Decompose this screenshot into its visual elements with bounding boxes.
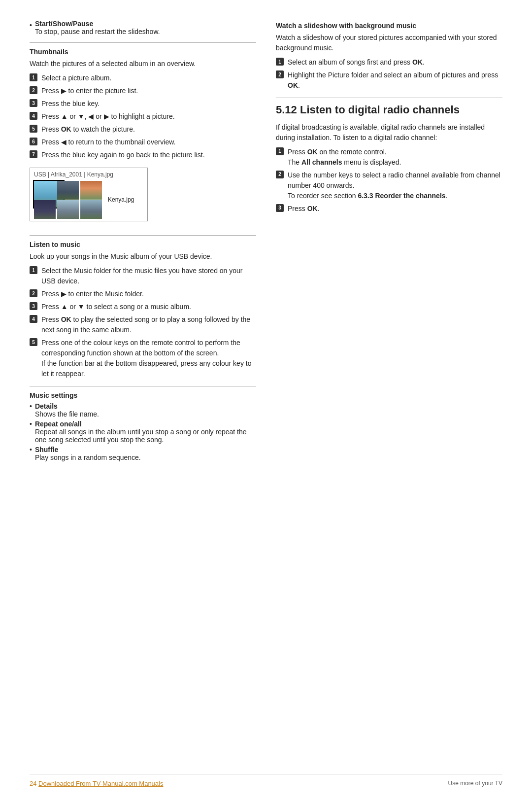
music-step-5-text: Press one of the colour keys on the remo… bbox=[41, 338, 256, 379]
music-step-1-text: Select the Music folder for the music fi… bbox=[41, 266, 256, 286]
radio-badge-2: 2 bbox=[276, 171, 284, 178]
step-badge-2: 2 bbox=[30, 86, 37, 94]
radio-step-2-text: Use the number keys to select a radio ch… bbox=[288, 170, 502, 201]
shuffle-item: • Shuffle Play songs in a random sequenc… bbox=[30, 446, 256, 461]
music-step-4: 4 Press OK to play the selected song or … bbox=[30, 314, 256, 335]
music-step-4-text: Press OK to play the selected song or to… bbox=[41, 314, 256, 335]
music-step-5: 5 Press one of the colour keys on the re… bbox=[30, 338, 256, 379]
step-badge-1: 1 bbox=[30, 73, 37, 81]
thumbnails-section: Thumbnails Watch the pictures of a selec… bbox=[30, 48, 256, 228]
radio-step-1-text: Press OK on the remote control.The All c… bbox=[288, 147, 502, 168]
thumb-step-3-text: Press the blue key. bbox=[41, 99, 256, 109]
details-item: • Details Shows the file name. bbox=[30, 402, 256, 418]
right-column: Watch a slideshow with background music … bbox=[276, 20, 502, 763]
thumbnails-intro: Watch the pictures of a selected album i… bbox=[30, 59, 256, 69]
thumb-img-4 bbox=[34, 200, 56, 219]
slideshow-badge-2: 2 bbox=[276, 70, 284, 78]
music-step-1: 1 Select the Music folder for the music … bbox=[30, 266, 256, 286]
music-badge-4: 4 bbox=[30, 315, 37, 323]
divider-512 bbox=[276, 98, 502, 98]
thumb-step-4: 4 Press ▲ or ▼, ◀ or ▶ to highlight a pi… bbox=[30, 111, 256, 122]
music-badge-2: 2 bbox=[30, 289, 37, 297]
footer-right-text: Use more of your TV bbox=[448, 780, 502, 787]
thumb-step-3: 3 Press the blue key. bbox=[30, 99, 256, 109]
footer-left: 24 Downloaded From TV-Manual.com Manuals bbox=[30, 779, 163, 787]
thumb-step-7-text: Press the blue key again to go back to t… bbox=[41, 150, 256, 160]
step-badge-4: 4 bbox=[30, 112, 37, 120]
thumbnail-preview-box: USB | Afrika_2001 | Kenya.jpg K bbox=[30, 168, 148, 221]
watch-slideshow-section: Watch a slideshow with background music … bbox=[276, 22, 502, 91]
thumb-step-7: 7 Press the blue key again to go back to… bbox=[30, 150, 256, 160]
slideshow-step-2: 2 Highlight the Picture folder and selec… bbox=[276, 70, 502, 91]
thumb-step-1-text: Select a picture album. bbox=[41, 73, 256, 83]
thumb-grid: Kenya.jpg bbox=[34, 181, 143, 218]
footer-page-num: 24 bbox=[30, 780, 36, 787]
footer-link[interactable]: 24 Downloaded From TV-Manual.com Manuals bbox=[30, 780, 163, 787]
watch-slideshow-intro: Watch a slideshow of your stored picture… bbox=[276, 33, 502, 53]
details-label: Details bbox=[35, 402, 58, 410]
repeat-label: Repeat one/all bbox=[35, 420, 82, 428]
radio-step-2: 2 Use the number keys to select a radio … bbox=[276, 170, 502, 201]
music-badge-1: 1 bbox=[30, 266, 37, 274]
left-column: • Start/Show/Pause To stop, pause and re… bbox=[30, 20, 256, 763]
music-badge-3: 3 bbox=[30, 302, 37, 310]
step-badge-6: 6 bbox=[30, 138, 37, 145]
listen-music-section: Listen to music Look up your songs in th… bbox=[30, 241, 256, 379]
slideshow-step-2-text: Highlight the Picture folder and select … bbox=[288, 70, 502, 91]
shuffle-desc: Play songs in a random sequence. bbox=[35, 453, 141, 461]
start-show-pause-item: • Start/Show/Pause To stop, pause and re… bbox=[30, 20, 256, 35]
thumb-img-6 bbox=[80, 200, 102, 219]
music-badge-5: 5 bbox=[30, 338, 37, 346]
section-512-heading: 5.12 Listen to digital radio channels bbox=[276, 103, 502, 117]
shuffle-dot: • bbox=[30, 446, 32, 461]
shuffle-label: Shuffle bbox=[35, 446, 58, 453]
start-show-pause-desc: To stop, pause and restart the slideshow… bbox=[35, 28, 160, 35]
music-step-2: 2 Press ▶ to enter the Music folder. bbox=[30, 289, 256, 299]
repeat-item: • Repeat one/all Repeat all songs in the… bbox=[30, 420, 256, 444]
thumb-img-5 bbox=[57, 200, 79, 219]
music-step-2-text: Press ▶ to enter the Music folder. bbox=[41, 289, 256, 299]
radio-badge-1: 1 bbox=[276, 147, 284, 155]
thumb-step-6: 6 Press ◀ to return to the thumbnail ove… bbox=[30, 137, 256, 147]
details-desc: Shows the file name. bbox=[35, 410, 99, 418]
listen-music-title: Listen to music bbox=[30, 241, 256, 248]
thumb-path-header: USB | Afrika_2001 | Kenya.jpg bbox=[34, 171, 143, 178]
slideshow-step-1-text: Select an album of songs first and press… bbox=[288, 57, 502, 68]
step-badge-7: 7 bbox=[30, 150, 37, 158]
section-512: 5.12 Listen to digital radio channels If… bbox=[276, 103, 502, 214]
thumb-step-2-text: Press ▶ to enter the picture list. bbox=[41, 86, 256, 96]
thumb-images-grid bbox=[34, 181, 102, 218]
thumb-step-5-text: Press OK to watch the picture. bbox=[41, 124, 256, 135]
divider-music-settings bbox=[30, 386, 256, 386]
repeat-dot: • bbox=[30, 420, 32, 444]
thumb-img-3 bbox=[80, 181, 102, 200]
music-settings-section: Music settings • Details Shows the file … bbox=[30, 391, 256, 461]
slideshow-step-1: 1 Select an album of songs first and pre… bbox=[276, 57, 502, 68]
thumb-step-6-text: Press ◀ to return to the thumbnail overv… bbox=[41, 137, 256, 147]
radio-step-3-text: Press OK. bbox=[288, 204, 502, 214]
section-512-intro: If digital broadcasting is available, di… bbox=[276, 122, 502, 143]
watch-slideshow-title: Watch a slideshow with background music bbox=[276, 22, 502, 30]
details-dot: • bbox=[30, 402, 32, 418]
step-badge-5: 5 bbox=[30, 125, 37, 133]
thumb-step-1: 1 Select a picture album. bbox=[30, 73, 256, 83]
music-step-3: 3 Press ▲ or ▼ to select a song or a mus… bbox=[30, 302, 256, 312]
radio-step-1: 1 Press OK on the remote control.The All… bbox=[276, 147, 502, 168]
thumbnails-title: Thumbnails bbox=[30, 48, 256, 56]
music-settings-title: Music settings bbox=[30, 391, 256, 399]
radio-step-3: 3 Press OK. bbox=[276, 204, 502, 214]
step-badge-3: 3 bbox=[30, 99, 37, 107]
listen-music-intro: Look up your songs in the Music album of… bbox=[30, 251, 256, 262]
slideshow-badge-1: 1 bbox=[276, 58, 284, 66]
thumb-img-2 bbox=[57, 181, 79, 200]
bullet-dot: • bbox=[30, 21, 32, 35]
thumb-step-5: 5 Press OK to watch the picture. bbox=[30, 124, 256, 135]
thumb-step-2: 2 Press ▶ to enter the picture list. bbox=[30, 86, 256, 96]
footer: 24 Downloaded From TV-Manual.com Manuals… bbox=[30, 774, 502, 787]
footer-link-text: Downloaded From TV-Manual.com Manuals bbox=[38, 780, 163, 787]
radio-badge-3: 3 bbox=[276, 204, 284, 212]
repeat-desc: Repeat all songs in the album until you … bbox=[35, 428, 247, 444]
divider-listen-music bbox=[30, 235, 256, 236]
start-show-pause-label: Start/Show/Pause bbox=[35, 20, 93, 28]
music-step-3-text: Press ▲ or ▼ to select a song or a music… bbox=[41, 302, 256, 312]
